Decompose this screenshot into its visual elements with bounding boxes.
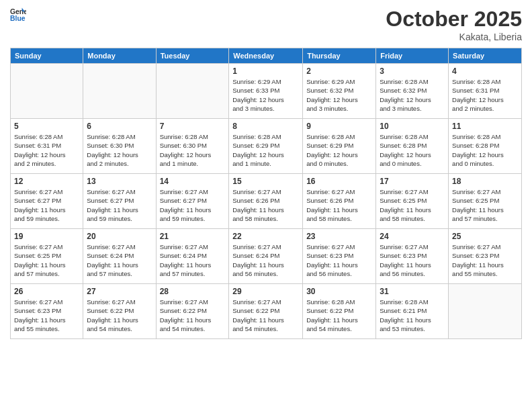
table-row [156, 64, 229, 119]
table-row: 11Sunrise: 6:28 AM Sunset: 6:28 PM Dayli… [449, 119, 522, 174]
day-info: Sunrise: 6:27 AM Sunset: 6:22 PM Dayligh… [232, 298, 299, 333]
day-number: 2 [306, 66, 372, 76]
day-number: 17 [380, 177, 445, 186]
day-number: 5 [14, 122, 79, 131]
day-number: 10 [380, 122, 445, 131]
day-number: 8 [232, 122, 299, 131]
day-number: 18 [452, 177, 518, 186]
day-number: 27 [87, 287, 152, 296]
table-row: 1Sunrise: 6:29 AM Sunset: 6:33 PM Daylig… [229, 64, 303, 119]
generalblue-logo-icon: General Blue [10, 7, 26, 23]
day-number: 7 [160, 122, 226, 131]
day-info: Sunrise: 6:27 AM Sunset: 6:27 PM Dayligh… [160, 187, 226, 223]
table-row [449, 284, 522, 339]
header: General Blue October 2025 Kakata, Liberi… [10, 7, 522, 42]
table-row: 15Sunrise: 6:27 AM Sunset: 6:26 PM Dayli… [229, 174, 303, 229]
day-info: Sunrise: 6:27 AM Sunset: 6:26 PM Dayligh… [306, 187, 372, 223]
day-info: Sunrise: 6:27 AM Sunset: 6:22 PM Dayligh… [160, 298, 226, 333]
day-info: Sunrise: 6:27 AM Sunset: 6:24 PM Dayligh… [232, 242, 299, 278]
day-info: Sunrise: 6:28 AM Sunset: 6:32 PM Dayligh… [380, 77, 445, 113]
day-number: 31 [380, 287, 445, 296]
table-row: 7Sunrise: 6:28 AM Sunset: 6:30 PM Daylig… [156, 119, 229, 174]
table-row: 5Sunrise: 6:28 AM Sunset: 6:31 PM Daylig… [11, 119, 83, 174]
col-saturday: Saturday [449, 48, 522, 64]
table-row [11, 64, 83, 119]
calendar: Sunday Monday Tuesday Wednesday Thursday… [10, 48, 522, 339]
day-number: 1 [232, 66, 299, 76]
table-row: 25Sunrise: 6:27 AM Sunset: 6:23 PM Dayli… [449, 229, 522, 284]
table-row: 6Sunrise: 6:28 AM Sunset: 6:30 PM Daylig… [83, 119, 156, 174]
day-number: 12 [14, 177, 79, 186]
table-row: 8Sunrise: 6:28 AM Sunset: 6:29 PM Daylig… [229, 119, 303, 174]
day-info: Sunrise: 6:28 AM Sunset: 6:30 PM Dayligh… [87, 132, 152, 168]
day-info: Sunrise: 6:27 AM Sunset: 6:24 PM Dayligh… [160, 242, 226, 278]
col-wednesday: Wednesday [229, 48, 303, 64]
col-tuesday: Tuesday [156, 48, 229, 64]
table-row: 19Sunrise: 6:27 AM Sunset: 6:25 PM Dayli… [11, 229, 83, 284]
day-number: 29 [232, 287, 299, 296]
table-row: 17Sunrise: 6:27 AM Sunset: 6:25 PM Dayli… [376, 174, 449, 229]
table-row: 9Sunrise: 6:28 AM Sunset: 6:29 PM Daylig… [303, 119, 376, 174]
day-number: 11 [452, 122, 518, 131]
day-info: Sunrise: 6:27 AM Sunset: 6:24 PM Dayligh… [87, 242, 152, 278]
calendar-week-row: 26Sunrise: 6:27 AM Sunset: 6:23 PM Dayli… [11, 284, 522, 339]
table-row: 4Sunrise: 6:28 AM Sunset: 6:31 PM Daylig… [449, 64, 522, 119]
day-info: Sunrise: 6:27 AM Sunset: 6:23 PM Dayligh… [14, 298, 79, 333]
table-row: 21Sunrise: 6:27 AM Sunset: 6:24 PM Dayli… [156, 229, 229, 284]
title-block: October 2025 Kakata, Liberia [386, 7, 522, 42]
day-info: Sunrise: 6:28 AM Sunset: 6:21 PM Dayligh… [380, 298, 445, 333]
day-number: 23 [306, 232, 372, 241]
day-number: 19 [14, 232, 79, 241]
table-row: 12Sunrise: 6:27 AM Sunset: 6:27 PM Dayli… [11, 174, 83, 229]
day-info: Sunrise: 6:27 AM Sunset: 6:23 PM Dayligh… [380, 242, 445, 278]
table-row: 3Sunrise: 6:28 AM Sunset: 6:32 PM Daylig… [376, 64, 449, 119]
calendar-week-row: 1Sunrise: 6:29 AM Sunset: 6:33 PM Daylig… [11, 64, 522, 119]
table-row: 22Sunrise: 6:27 AM Sunset: 6:24 PM Dayli… [229, 229, 303, 284]
table-row: 24Sunrise: 6:27 AM Sunset: 6:23 PM Dayli… [376, 229, 449, 284]
page: General Blue October 2025 Kakata, Liberi… [0, 0, 532, 411]
table-row: 30Sunrise: 6:28 AM Sunset: 6:22 PM Dayli… [303, 284, 376, 339]
day-number: 24 [380, 232, 445, 241]
day-info: Sunrise: 6:27 AM Sunset: 6:23 PM Dayligh… [306, 242, 372, 278]
table-row: 23Sunrise: 6:27 AM Sunset: 6:23 PM Dayli… [303, 229, 376, 284]
table-row: 26Sunrise: 6:27 AM Sunset: 6:23 PM Dayli… [11, 284, 83, 339]
day-info: Sunrise: 6:29 AM Sunset: 6:32 PM Dayligh… [306, 77, 372, 113]
table-row: 29Sunrise: 6:27 AM Sunset: 6:22 PM Dayli… [229, 284, 303, 339]
calendar-week-row: 5Sunrise: 6:28 AM Sunset: 6:31 PM Daylig… [11, 119, 522, 174]
day-info: Sunrise: 6:28 AM Sunset: 6:22 PM Dayligh… [306, 298, 372, 333]
table-row: 13Sunrise: 6:27 AM Sunset: 6:27 PM Dayli… [83, 174, 156, 229]
day-info: Sunrise: 6:27 AM Sunset: 6:25 PM Dayligh… [380, 187, 445, 223]
table-row: 27Sunrise: 6:27 AM Sunset: 6:22 PM Dayli… [83, 284, 156, 339]
table-row: 10Sunrise: 6:28 AM Sunset: 6:28 PM Dayli… [376, 119, 449, 174]
day-info: Sunrise: 6:28 AM Sunset: 6:28 PM Dayligh… [452, 132, 518, 168]
day-number: 26 [14, 287, 79, 296]
day-info: Sunrise: 6:27 AM Sunset: 6:26 PM Dayligh… [232, 187, 299, 223]
day-info: Sunrise: 6:28 AM Sunset: 6:29 PM Dayligh… [232, 132, 299, 168]
table-row: 20Sunrise: 6:27 AM Sunset: 6:24 PM Dayli… [83, 229, 156, 284]
day-number: 4 [452, 66, 518, 76]
month-title: October 2025 [386, 7, 522, 32]
day-number: 28 [160, 287, 226, 296]
svg-text:Blue: Blue [10, 15, 26, 22]
day-info: Sunrise: 6:28 AM Sunset: 6:30 PM Dayligh… [160, 132, 226, 168]
day-number: 6 [87, 122, 152, 131]
location: Kakata, Liberia [386, 32, 522, 42]
day-number: 21 [160, 232, 226, 241]
col-thursday: Thursday [303, 48, 376, 64]
day-info: Sunrise: 6:28 AM Sunset: 6:29 PM Dayligh… [306, 132, 372, 168]
col-sunday: Sunday [11, 48, 83, 64]
table-row: 31Sunrise: 6:28 AM Sunset: 6:21 PM Dayli… [376, 284, 449, 339]
table-row: 28Sunrise: 6:27 AM Sunset: 6:22 PM Dayli… [156, 284, 229, 339]
calendar-header-row: Sunday Monday Tuesday Wednesday Thursday… [11, 48, 522, 64]
table-row: 18Sunrise: 6:27 AM Sunset: 6:25 PM Dayli… [449, 174, 522, 229]
calendar-week-row: 19Sunrise: 6:27 AM Sunset: 6:25 PM Dayli… [11, 229, 522, 284]
day-number: 30 [306, 287, 372, 296]
table-row: 2Sunrise: 6:29 AM Sunset: 6:32 PM Daylig… [303, 64, 376, 119]
day-info: Sunrise: 6:27 AM Sunset: 6:23 PM Dayligh… [452, 242, 518, 278]
col-friday: Friday [376, 48, 449, 64]
table-row: 14Sunrise: 6:27 AM Sunset: 6:27 PM Dayli… [156, 174, 229, 229]
day-number: 22 [232, 232, 299, 241]
day-number: 3 [380, 66, 445, 76]
day-number: 15 [232, 177, 299, 186]
day-info: Sunrise: 6:29 AM Sunset: 6:33 PM Dayligh… [232, 77, 299, 113]
